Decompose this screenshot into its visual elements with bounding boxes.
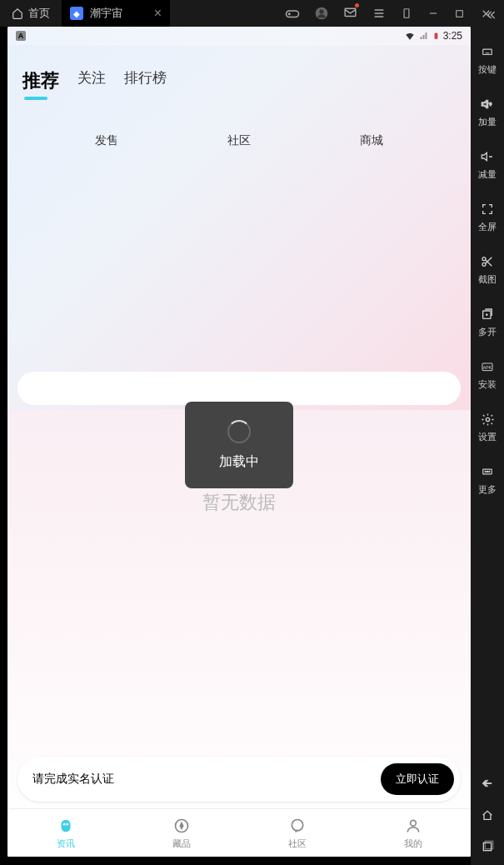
- side-fullscreen[interactable]: 全屏: [478, 201, 497, 233]
- side-screenshot[interactable]: 截图: [478, 253, 497, 286]
- svg-rect-5: [457, 10, 463, 17]
- loading-label: 加载中: [219, 453, 259, 471]
- menu-icon[interactable]: [372, 7, 386, 20]
- empty-state: 暂无数据: [7, 490, 471, 515]
- spinner-icon: [227, 420, 251, 443]
- collection-icon: [172, 816, 192, 836]
- side-more[interactable]: 更多: [478, 463, 497, 496]
- title-icons: [285, 5, 504, 22]
- side-screenshot-label: 截图: [478, 273, 497, 286]
- loading-toast: 加载中: [185, 402, 293, 488]
- svg-rect-8: [61, 820, 70, 832]
- nav-news[interactable]: 资讯: [56, 816, 76, 850]
- auth-message: 请完成实名认证: [32, 772, 114, 787]
- volume-up-icon: [479, 96, 496, 112]
- minimize-icon[interactable]: [427, 8, 439, 19]
- svg-rect-7: [435, 32, 437, 33]
- title-bar: 首页 ◆ 潮宇宙 ×: [0, 0, 504, 27]
- signal-icon: [419, 31, 429, 41]
- recent-icon[interactable]: [481, 840, 494, 853]
- svg-point-9: [62, 823, 65, 826]
- nav-mine-label: 我的: [404, 838, 422, 850]
- subtab-community[interactable]: 社区: [227, 133, 251, 148]
- svg-point-2: [319, 9, 323, 13]
- news-icon: [56, 816, 76, 836]
- user-icon[interactable]: [315, 7, 328, 20]
- status-bar: A 3:25: [7, 27, 471, 45]
- home-button[interactable]: 首页: [0, 0, 62, 27]
- tab-ranking[interactable]: 排行榜: [124, 68, 167, 93]
- subtab-sale[interactable]: 发售: [95, 133, 118, 148]
- tab-recommend[interactable]: 推荐: [22, 68, 59, 93]
- side-keys[interactable]: 按键: [478, 43, 497, 76]
- home-label: 首页: [28, 6, 50, 21]
- mine-icon: [403, 816, 423, 836]
- side-voldown-label: 减量: [478, 168, 497, 181]
- home-icon: [12, 8, 23, 19]
- subtab-mall[interactable]: 商城: [360, 133, 383, 148]
- side-keys-label: 按键: [478, 63, 497, 76]
- nav-community[interactable]: 社区: [287, 816, 307, 850]
- side-install[interactable]: APK 安装: [478, 358, 497, 391]
- side-install-label: 安装: [478, 378, 497, 391]
- community-icon: [287, 816, 307, 836]
- svg-point-10: [66, 823, 68, 826]
- svg-rect-14: [483, 49, 492, 54]
- notification-dot: [355, 3, 359, 8]
- volume-down-icon: [479, 148, 496, 165]
- a-badge-icon: A: [16, 31, 26, 41]
- nav-collection-label: 藏品: [172, 838, 191, 850]
- app-tab[interactable]: ◆ 潮宇宙 ×: [62, 0, 170, 27]
- side-volup[interactable]: 加量: [478, 96, 497, 128]
- bottom-nav: 资讯 藏品 社区 我的: [7, 808, 471, 857]
- nav-community-label: 社区: [288, 838, 307, 850]
- svg-point-24: [489, 471, 490, 472]
- multi-icon: [479, 306, 496, 322]
- fullscreen-icon: [479, 201, 496, 218]
- wifi-icon: [404, 30, 416, 42]
- maximize-icon[interactable]: [454, 8, 465, 19]
- scissors-icon: [479, 253, 496, 270]
- nav-news-label: 资讯: [57, 838, 75, 850]
- sub-tabs: 发售 社区 商城: [7, 102, 471, 162]
- gear-icon: [479, 411, 496, 428]
- battery-icon: [432, 30, 440, 42]
- home-nav-icon[interactable]: [480, 808, 495, 822]
- side-settings[interactable]: 设置: [478, 411, 497, 443]
- emulator-sidebar: 按键 加量 减量 全屏 截图 多开 APK 安装 设置 更多: [471, 27, 504, 865]
- app-tab-icon: ◆: [70, 7, 83, 20]
- app-area: A 3:25 推荐 关注 排行榜 发售 社区 商城 暂无数据 加载中 请完成实名…: [7, 27, 471, 857]
- more-icon: [479, 463, 496, 480]
- svg-point-23: [487, 471, 487, 472]
- svg-point-22: [485, 471, 486, 472]
- top-tabs: 推荐 关注 排行榜: [7, 45, 471, 102]
- side-multi-label: 多开: [478, 326, 497, 338]
- side-fullscreen-label: 全屏: [478, 221, 497, 233]
- side-settings-label: 设置: [478, 431, 497, 443]
- svg-rect-4: [404, 9, 409, 18]
- mail-button[interactable]: [343, 5, 357, 22]
- auth-button[interactable]: 立即认证: [381, 763, 454, 795]
- svg-text:APK: APK: [483, 365, 492, 370]
- svg-rect-6: [434, 33, 437, 39]
- svg-rect-3: [345, 8, 356, 16]
- side-voldown[interactable]: 减量: [478, 148, 497, 181]
- side-more-label: 更多: [478, 483, 497, 496]
- side-multi[interactable]: 多开: [478, 306, 497, 338]
- device-icon[interactable]: [401, 7, 412, 20]
- app-tab-label: 潮宇宙: [90, 6, 122, 21]
- search-bar[interactable]: [17, 372, 461, 405]
- gamepad-icon[interactable]: [285, 6, 300, 21]
- svg-point-13: [410, 820, 416, 826]
- close-tab-icon[interactable]: ×: [154, 6, 162, 21]
- tab-follow[interactable]: 关注: [77, 68, 106, 93]
- side-volup-label: 加量: [478, 116, 497, 128]
- nav-mine[interactable]: 我的: [403, 816, 423, 850]
- status-time: 3:25: [443, 30, 462, 42]
- keyboard-icon: [479, 43, 496, 60]
- collapse-icon[interactable]: [484, 8, 497, 22]
- auth-bar: 请完成实名认证 立即认证: [17, 757, 461, 802]
- apk-icon: APK: [479, 358, 496, 375]
- back-icon[interactable]: [480, 777, 495, 790]
- nav-collection[interactable]: 藏品: [172, 816, 192, 850]
